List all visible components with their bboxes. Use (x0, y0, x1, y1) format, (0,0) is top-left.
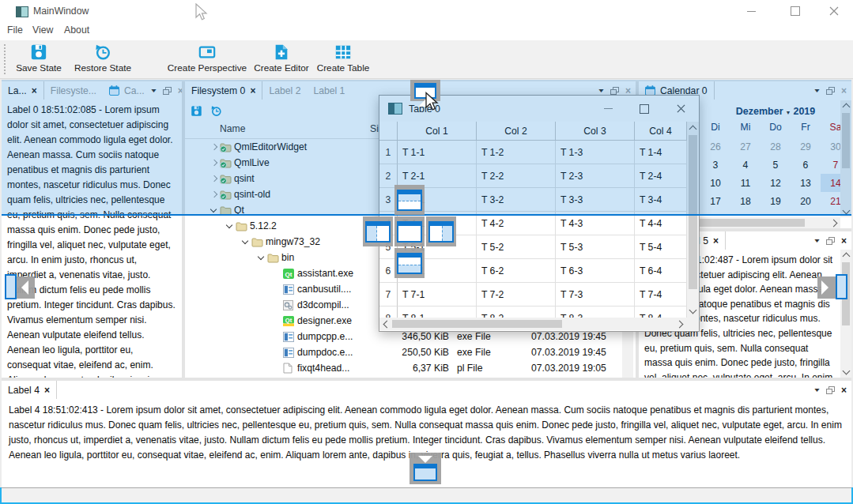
file-icon (283, 332, 297, 342)
close-icon (829, 6, 839, 16)
collapse-arrow-icon[interactable] (240, 236, 251, 247)
table-row-header[interactable]: 7 (379, 283, 398, 307)
table-cell[interactable]: T 8-1 (398, 307, 477, 318)
drop-indicator-left[interactable] (363, 216, 393, 246)
folder-icon (236, 221, 250, 231)
close-panel-icon[interactable]: × (841, 236, 847, 246)
maximize-button[interactable] (777, 0, 813, 22)
label5-scrollbar[interactable] (840, 250, 851, 378)
undock-icon[interactable] (826, 386, 835, 394)
drop-indicator-bottom[interactable] (394, 248, 425, 278)
table-icon (334, 43, 352, 61)
file-date: 07.03.2019 19:05 (531, 363, 606, 374)
create-editor-button[interactable]: Create Editor (251, 40, 311, 77)
table-cell[interactable]: T 8-2 (477, 307, 556, 318)
minimize-button[interactable] (734, 0, 769, 22)
svg-text:Qt: Qt (285, 317, 293, 324)
file-size: 250,50 KiB (367, 347, 449, 358)
close-panel-icon[interactable]: × (841, 386, 847, 395)
table-cell[interactable]: T 7-3 (556, 283, 635, 307)
toolbar: Save State Restore State test1 ▼ Create … (0, 40, 853, 79)
tree-item-label: bin (281, 252, 294, 263)
scroll-up-icon[interactable] (843, 253, 851, 261)
close-button[interactable] (816, 0, 851, 22)
restore-icon (94, 43, 111, 61)
table-row-header[interactable]: 8 (379, 307, 398, 318)
create-table-button[interactable]: Create Table (313, 40, 373, 77)
file-type: exe File (457, 331, 491, 342)
window-title: MainWindow (33, 6, 89, 17)
left-dock-preview (5, 274, 17, 299)
drop-indicator-center[interactable] (394, 216, 425, 246)
close-tab-icon[interactable]: × (713, 236, 719, 246)
tree-item-label: designer.exe (297, 315, 352, 326)
collapse-arrow-icon[interactable] (225, 220, 236, 231)
table-cell[interactable]: T 8-3 (556, 307, 635, 318)
edge-drop-indicator-left[interactable] (16, 276, 35, 299)
drop-indicator-right[interactable] (426, 216, 456, 246)
scroll-down-icon[interactable] (843, 367, 851, 375)
tree-item[interactable]: fixqt4head...6,37 KiBpl File07.03.2019 1… (185, 360, 636, 376)
drop-indicator-top[interactable] (394, 185, 425, 215)
table-cell[interactable]: T 7-1 (398, 283, 477, 307)
tree-item-label: fixqt4head... (297, 363, 349, 374)
table-cell[interactable]: T 5-3 (556, 235, 635, 259)
toolbar-handle[interactable] (4, 44, 8, 74)
table-hscrollbar[interactable] (379, 318, 687, 330)
label4-tabbar: Label 4 × ▼ × (2, 381, 851, 399)
scrollbar-corner (687, 318, 699, 330)
tree-item-label: assistant.exe (297, 268, 353, 279)
file-size: 6,37 KiB (367, 363, 449, 374)
tab-label-4[interactable]: Label 4 × (2, 381, 57, 399)
restore-state-button[interactable]: Restore State (70, 40, 136, 77)
tab-list-menu-icon[interactable]: ▼ (813, 387, 821, 393)
file-icon: Qt (283, 269, 297, 279)
table-cell[interactable]: T 6-3 (556, 259, 635, 283)
scroll-right-icon[interactable] (676, 321, 684, 329)
save-state-button[interactable]: Save State (9, 40, 68, 77)
titlebar[interactable]: MainWindow (0, 0, 853, 22)
tree-item[interactable]: dumpdoc.e...250,50 KiBexe File07.03.2019… (185, 344, 636, 360)
menu-view[interactable]: View (32, 24, 53, 36)
tree-item-label: 5.12.2 (250, 220, 277, 231)
undock-icon[interactable] (826, 237, 835, 245)
file-icon (283, 348, 297, 358)
table-cell[interactable]: T 6-2 (477, 259, 556, 283)
scroll-down-icon[interactable] (689, 307, 697, 314)
close-tab-icon[interactable]: × (44, 386, 50, 395)
table-cell[interactable]: T 7-2 (477, 283, 556, 307)
mouse-cursor-icon (424, 92, 439, 112)
tree-item-label: d3dcompil... (297, 299, 349, 310)
tree-item-label: canbusutil.... (297, 284, 351, 295)
file-icon (283, 363, 297, 374)
scroll-left-icon[interactable] (383, 321, 391, 329)
menu-file[interactable]: File (7, 24, 23, 36)
table-cell[interactable]: T 8-4 (635, 307, 687, 318)
collapse-arrow-icon[interactable] (256, 252, 267, 263)
table-cell[interactable]: T 7-4 (635, 283, 687, 307)
file-date: 07.03.2019 19:45 (531, 347, 606, 358)
svg-text:Qt: Qt (285, 270, 293, 277)
file-size: 346,50 KiB (367, 331, 449, 342)
arrow-down-icon (418, 456, 432, 463)
tree-item-label: dumpdoc.e... (297, 347, 353, 358)
app-icon (16, 6, 28, 17)
file-type: pl File (457, 363, 483, 374)
menu-about[interactable]: About (64, 24, 89, 36)
table-row: 6T 6-1T 6-2T 6-3T 6-4 (379, 259, 687, 283)
file-type: exe File (457, 347, 491, 358)
edge-drop-indicator-right[interactable] (817, 276, 836, 299)
table-cell[interactable]: T 5-2 (477, 235, 556, 259)
table-cell[interactable]: T 5-4 (635, 235, 687, 259)
main-window: MainWindow File View About Save State (0, 0, 853, 504)
tab-list-menu-icon[interactable]: ▼ (813, 238, 821, 243)
right-dock-preview (836, 274, 847, 299)
file-icon (283, 300, 297, 310)
minimize-icon (747, 11, 756, 12)
table-row: 8T 8-1T 8-2T 8-3T 8-4 (379, 307, 687, 318)
perspective-icon (198, 43, 216, 61)
create-perspective-button[interactable]: Create Perspective (164, 40, 250, 77)
table-cell[interactable]: T 6-4 (635, 259, 687, 283)
scroll-right-icon[interactable] (830, 220, 838, 228)
folder-icon (267, 253, 281, 263)
